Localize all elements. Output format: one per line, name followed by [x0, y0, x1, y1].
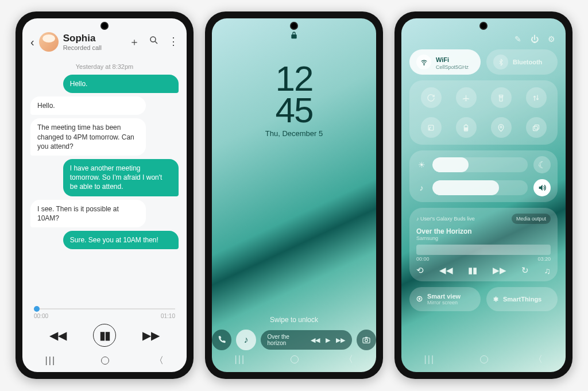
media-device: ♪ User's Galaxy Buds live — [416, 216, 475, 222]
lock-dock: ♪ Over the horizon ◀◀ ▶ ▶▶ — [212, 330, 376, 350]
camera-shortcut[interactable] — [357, 330, 376, 350]
nav-home-icon[interactable] — [480, 355, 488, 363]
contact-block[interactable]: Sophia Recorded call — [63, 33, 102, 51]
chat-message[interactable]: I have another meeting tomorrow. So I'm … — [63, 159, 179, 196]
nav-recents-icon[interactable]: ||| — [45, 355, 56, 366]
chat-timestamp: Yesterday at 8:32pm — [30, 63, 179, 70]
next-icon[interactable]: ▶▶ — [493, 265, 506, 276]
nav-back-icon[interactable]: 〈 — [154, 355, 164, 367]
waveform[interactable] — [416, 245, 551, 255]
multiwindow-icon[interactable] — [526, 117, 547, 138]
flashlight-icon[interactable] — [491, 87, 512, 108]
seek-bar[interactable] — [34, 308, 175, 309]
swipe-hint: Swipe to unlock — [212, 316, 376, 324]
media-card[interactable]: ♪ User's Galaxy Buds live Media output O… — [409, 208, 558, 281]
panel-actions: ✎ ⏻ ⚙ — [409, 34, 558, 44]
nav-back-icon[interactable]: 〈 — [533, 354, 543, 366]
battery-icon[interactable] — [456, 117, 477, 138]
cast-icon[interactable]: ♫ — [544, 266, 551, 276]
avatar[interactable] — [39, 32, 59, 52]
pause-icon[interactable]: ▮▮ — [468, 265, 477, 276]
wifi-toggle[interactable]: WiFiCellSpot5GHz — [409, 49, 481, 75]
svg-rect-14 — [535, 125, 539, 129]
chat-message[interactable]: Hello. — [63, 75, 179, 93]
nav-recents-icon[interactable]: ||| — [235, 354, 245, 365]
svg-line-1 — [155, 41, 157, 44]
more-icon[interactable]: ⋮ — [168, 35, 179, 49]
sound-mode-toggle[interactable] — [533, 179, 551, 196]
smartthings-icon: ✱ — [493, 296, 498, 303]
svg-rect-11 — [465, 127, 467, 130]
dark-mode-toggle[interactable]: ☾ — [533, 156, 551, 173]
repeat-icon[interactable]: ↻ — [521, 265, 529, 276]
svg-point-8 — [429, 129, 430, 129]
phone-shortcut[interactable] — [212, 330, 231, 350]
settings-icon[interactable]: ⚙ — [548, 34, 555, 44]
bluetooth-toggle[interactable]: Bluetooth — [486, 49, 558, 75]
media-output-chip[interactable]: Media output — [512, 214, 551, 224]
phone-lockscreen: 12 45 Thu, December 5 Swipe to unlock ♪ … — [205, 11, 383, 379]
nav-back-icon[interactable]: 〈 — [344, 354, 353, 366]
data-transfer-icon[interactable] — [526, 87, 547, 108]
contact-subtitle: Recorded call — [63, 44, 102, 51]
svg-point-0 — [150, 37, 156, 42]
smartthings-button[interactable]: ✱ SmartThings — [486, 287, 558, 311]
cast-icon: ⦿ — [416, 296, 423, 303]
contact-name: Sophia — [63, 33, 102, 44]
prev-icon[interactable]: ◀◀ — [439, 265, 453, 276]
shuffle-icon[interactable]: ⟲ — [416, 265, 424, 276]
chat-header: ‹ Sophia Recorded call ＋ ⋮ — [22, 18, 187, 56]
phone-quick-panel: ✎ ⏻ ⚙ WiFiCellSpot5GHz Bluetooth — [394, 11, 572, 379]
chat-message[interactable]: Hello. — [30, 96, 146, 115]
lock-date: Thu, December 5 — [265, 129, 323, 138]
edit-icon[interactable]: ✎ — [514, 34, 521, 44]
chat-body[interactable]: Yesterday at 8:32pm Hello.Hello.The meet… — [22, 56, 187, 300]
lock-media-widget[interactable]: Over the horizon ◀◀ ▶ ▶▶ — [261, 330, 352, 350]
media-title: Over the Horizon — [416, 227, 551, 235]
nav-bar: ||| 〈 — [22, 349, 187, 372]
svg-rect-13 — [533, 126, 538, 131]
time-start: 00:00 — [34, 313, 48, 319]
time-end: 01:10 — [161, 313, 175, 319]
svg-point-12 — [500, 126, 502, 127]
nav-home-icon[interactable] — [101, 357, 109, 365]
volume-icon: ♪ — [416, 183, 427, 192]
chat-message[interactable]: The meeting time has been changed to 4PM… — [30, 118, 146, 156]
forward-icon[interactable]: ▶▶ — [142, 328, 160, 342]
airplane-icon[interactable] — [456, 87, 477, 108]
lock-icon — [212, 31, 376, 40]
lock-clock: 12 45 — [276, 63, 313, 126]
hotspot-icon[interactable] — [421, 117, 442, 138]
media-artist: Samsung — [416, 235, 551, 241]
audio-player: 00:00 01:10 ◀◀ ▮▮ ▶▶ — [22, 300, 187, 349]
play-icon[interactable]: ▶ — [326, 336, 330, 344]
wifi-icon — [416, 55, 431, 69]
sync-icon[interactable] — [421, 87, 442, 108]
nav-home-icon[interactable] — [291, 355, 299, 363]
media-art[interactable]: ♪ — [236, 330, 256, 350]
sliders-card: ☀ ☾ ♪ — [409, 150, 558, 202]
power-icon[interactable]: ⏻ — [531, 34, 539, 44]
chat-message[interactable]: I see. Then is it possible at 10AM? — [30, 200, 146, 227]
svg-point-4 — [423, 64, 424, 65]
rewind-icon[interactable]: ◀◀ — [49, 328, 67, 342]
search-icon[interactable] — [149, 35, 159, 49]
location-icon[interactable] — [491, 117, 512, 138]
next-icon[interactable]: ▶▶ — [336, 336, 345, 344]
brightness-slider[interactable] — [432, 157, 528, 172]
chat-message[interactable]: Sure. See you at 10AM then! — [63, 231, 179, 249]
back-icon[interactable]: ‹ — [30, 36, 34, 49]
volume-slider[interactable] — [432, 180, 528, 195]
bluetooth-icon — [493, 55, 508, 69]
pause-button[interactable]: ▮▮ — [93, 324, 116, 347]
add-icon[interactable]: ＋ — [129, 35, 140, 49]
prev-icon[interactable]: ◀◀ — [311, 336, 320, 344]
svg-point-3 — [365, 339, 368, 342]
nav-recents-icon[interactable]: ||| — [424, 354, 435, 365]
media-title: Over the horizon — [268, 334, 306, 346]
quick-toggles-grid — [409, 80, 558, 145]
phone-chat: ‹ Sophia Recorded call ＋ ⋮ Yesterday at … — [16, 11, 194, 379]
brightness-icon: ☀ — [416, 160, 427, 169]
smartview-button[interactable]: ⦿ Smart viewMirror screen — [409, 287, 481, 311]
